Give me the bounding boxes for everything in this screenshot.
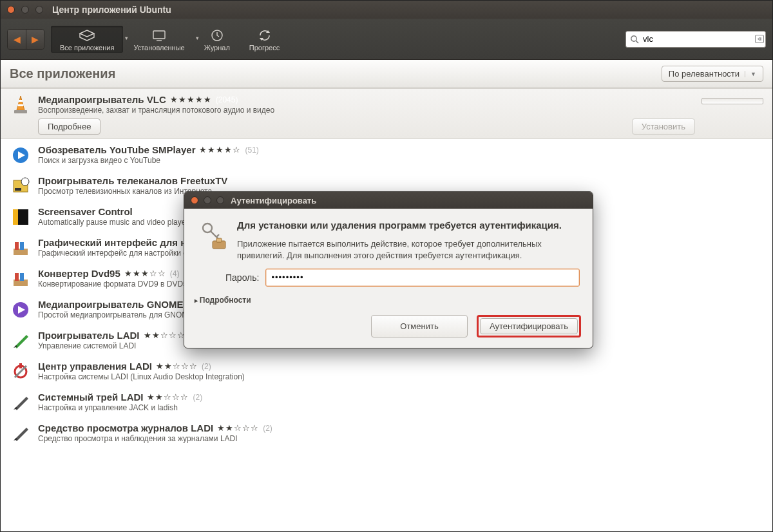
dialog-titlebar: Аутентифицировать bbox=[184, 192, 593, 209]
svg-point-15 bbox=[21, 178, 29, 185]
cancel-button[interactable]: Отменить bbox=[371, 315, 468, 337]
rating-count: (2) bbox=[202, 362, 211, 371]
svg-rect-20 bbox=[15, 242, 19, 250]
rating-count: (2) bbox=[263, 424, 272, 433]
annotation-highlight: Аутентифицировать bbox=[477, 315, 581, 337]
app-name: Screensaver Control bbox=[38, 206, 133, 217]
details-expander[interactable]: Подробности bbox=[184, 289, 593, 309]
svg-rect-10 bbox=[18, 104, 24, 106]
svg-rect-21 bbox=[20, 242, 24, 250]
dialog-title: Аутентифицировать bbox=[231, 196, 316, 205]
dialog-body-text: Приложение пытается выполнить действие, … bbox=[237, 238, 580, 261]
svg-rect-1 bbox=[153, 31, 165, 39]
dialog-maximize-icon[interactable] bbox=[216, 196, 224, 204]
box-icon bbox=[79, 28, 95, 43]
clock-icon bbox=[209, 28, 225, 43]
svg-rect-11 bbox=[14, 110, 27, 113]
keys-icon bbox=[197, 219, 228, 250]
svg-rect-18 bbox=[18, 209, 28, 225]
auth-dialog: Аутентифицировать Для установки или удал… bbox=[184, 191, 593, 348]
svg-line-7 bbox=[636, 41, 638, 43]
app-description: Настройка системы LADI (Linux Audio Desk… bbox=[38, 372, 763, 381]
details-button[interactable]: Подробнее bbox=[38, 119, 100, 135]
star-rating: ★★☆☆☆ bbox=[156, 361, 198, 371]
dialog-heading: Для установки или удаления программ треб… bbox=[237, 219, 580, 232]
rating-count: (2045) bbox=[216, 95, 238, 104]
star-rating: ★★☆☆☆ bbox=[144, 330, 186, 340]
dialog-minimize-icon[interactable] bbox=[204, 196, 211, 204]
nav-buttons: ◀ ▶ bbox=[7, 29, 44, 50]
results-headerbar: Все приложения По релевантности ▼ bbox=[1, 60, 772, 88]
svg-point-39 bbox=[203, 223, 212, 233]
app-row[interactable]: Обозреватель YouTube SMPlayer★★★★☆(51)По… bbox=[1, 139, 772, 170]
toolbar-installed[interactable]: Установленные ▾ bbox=[124, 26, 193, 53]
app-row[interactable]: Центр управления LADI★★☆☆☆(2)Настройка с… bbox=[1, 356, 772, 386]
svg-rect-24 bbox=[20, 273, 24, 281]
app-name: Обозреватель YouTube SMPlayer bbox=[38, 144, 195, 155]
toolbar-history[interactable]: Журнал bbox=[195, 26, 239, 53]
star-rating: ★★★★☆ bbox=[199, 145, 241, 155]
install-button[interactable]: Установить bbox=[632, 119, 695, 135]
app-row[interactable]: Средство просмотра журналов LADI★★☆☆☆(2)… bbox=[1, 417, 772, 448]
nav-back-button[interactable]: ◀ bbox=[8, 30, 26, 49]
rating-count: (2) bbox=[193, 393, 202, 402]
app-name: Центр управления LADI bbox=[38, 361, 152, 372]
star-rating: ★★☆☆☆ bbox=[147, 392, 189, 402]
star-rating: ★★★☆☆ bbox=[124, 269, 166, 278]
app-icon-vlc bbox=[10, 94, 32, 116]
refresh-icon bbox=[256, 28, 273, 43]
window-minimize-icon[interactable] bbox=[21, 6, 29, 14]
app-description: Воспроизведение, захват и трансляция пот… bbox=[38, 106, 695, 115]
window-close-icon[interactable] bbox=[7, 6, 15, 14]
window-titlebar: Центр приложений Ubuntu bbox=[1, 1, 772, 19]
app-row[interactable]: Системный трей LADI★★☆☆☆(2)Настройка и у… bbox=[1, 386, 772, 417]
password-input[interactable] bbox=[265, 269, 580, 287]
svg-rect-16 bbox=[15, 188, 21, 191]
toolbar-progress[interactable]: Прогресс bbox=[240, 26, 289, 53]
app-name: Проигрыватель телеканалов FreetuxTV bbox=[38, 175, 227, 186]
svg-rect-17 bbox=[13, 209, 18, 225]
dialog-close-icon[interactable] bbox=[191, 196, 198, 204]
svg-line-41 bbox=[216, 234, 219, 237]
app-icon bbox=[10, 361, 32, 383]
svg-rect-31 bbox=[19, 363, 22, 368]
app-row-vlc[interactable]: Медиапроигрыватель VLC ★★★★★ (2045) Восп… bbox=[1, 88, 772, 139]
toolbar-all-apps[interactable]: Все приложения ▾ bbox=[51, 26, 123, 53]
chevron-down-icon: ▼ bbox=[745, 71, 756, 77]
app-name: Медиапроигрыватель GNOME bbox=[38, 299, 183, 310]
search-field[interactable]: ⌫ bbox=[625, 31, 766, 48]
sort-dropdown[interactable]: По релевантности ▼ bbox=[662, 66, 763, 82]
app-icon bbox=[10, 175, 32, 197]
svg-marker-0 bbox=[80, 30, 94, 37]
svg-rect-9 bbox=[19, 100, 23, 102]
authenticate-button[interactable]: Аутентифицировать bbox=[480, 318, 578, 334]
app-icon bbox=[10, 237, 32, 259]
clear-search-icon[interactable]: ⌫ bbox=[755, 35, 764, 43]
nav-forward-button[interactable]: ▶ bbox=[26, 30, 44, 49]
star-rating: ★★★★★ bbox=[170, 95, 212, 104]
search-icon bbox=[630, 35, 639, 44]
window-maximize-icon[interactable] bbox=[35, 6, 43, 14]
app-name: Проигрыватель LADI bbox=[38, 330, 140, 341]
app-name: Конвертер Dvd95 bbox=[38, 268, 120, 279]
rating-count: (4) bbox=[170, 269, 180, 278]
app-name: Медиапроигрыватель VLC bbox=[38, 94, 166, 105]
rating-count: (51) bbox=[245, 146, 258, 155]
main-toolbar: ◀ ▶ Все приложения ▾ Установленные ▾ Жур… bbox=[1, 19, 772, 60]
app-icon bbox=[10, 299, 32, 321]
star-rating: ★★☆☆☆ bbox=[217, 423, 259, 433]
app-icon bbox=[10, 206, 32, 228]
app-icon bbox=[10, 144, 32, 166]
app-name: Системный трей LADI bbox=[38, 392, 143, 403]
app-name: Средство просмотра журналов LADI bbox=[38, 423, 213, 433]
svg-marker-8 bbox=[17, 96, 24, 110]
search-input[interactable] bbox=[643, 34, 751, 44]
svg-rect-23 bbox=[15, 273, 19, 281]
app-icon bbox=[10, 423, 32, 444]
monitor-icon bbox=[151, 28, 167, 43]
app-icon bbox=[10, 268, 32, 290]
svg-point-6 bbox=[631, 35, 636, 41]
app-description: Средство просмотра и наблюдения за журна… bbox=[38, 434, 763, 443]
page-title: Все приложения bbox=[10, 66, 115, 81]
app-description: Поиск и загрузка видео с YouTube bbox=[38, 156, 763, 165]
